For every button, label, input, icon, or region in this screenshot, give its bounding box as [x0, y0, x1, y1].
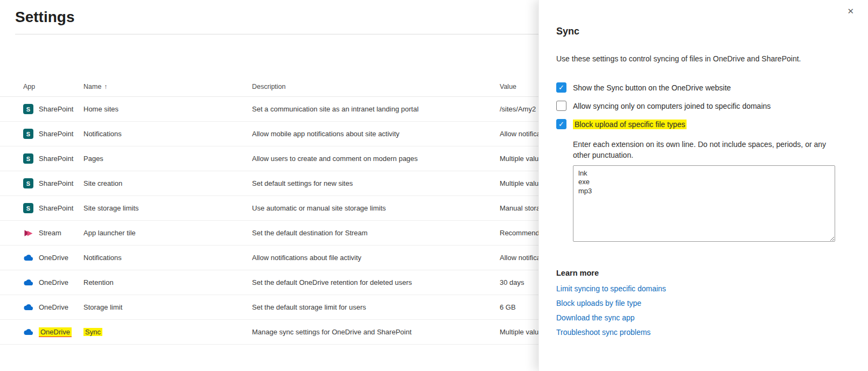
app-name: Stream — [39, 229, 61, 237]
sharepoint-icon: S — [23, 203, 33, 213]
sharepoint-icon: S — [23, 104, 33, 114]
setting-description: Set the default storage limit for users — [252, 303, 500, 311]
option-label: Show the Sync button on the OneDrive web… — [573, 83, 731, 92]
link-limit-syncing-domains[interactable]: Limit syncing to specific domains — [556, 284, 851, 293]
option-domain-join-only[interactable]: ✓ Allow syncing only on computers joined… — [556, 101, 851, 111]
column-header-description[interactable]: Description — [252, 83, 500, 90]
column-header-name-label: Name — [83, 83, 101, 90]
setting-name: Site storage limits — [83, 204, 252, 212]
sharepoint-icon: S — [23, 153, 33, 164]
sync-options: ✓ Show the Sync button on the OneDrive w… — [556, 82, 851, 129]
blocked-extensions-input[interactable]: lnk exe mp3 — [573, 165, 835, 242]
onedrive-icon — [23, 277, 33, 288]
checkmark-icon: ✓ — [558, 84, 564, 91]
checkbox[interactable]: ✓ — [556, 82, 566, 93]
setting-name: Pages — [83, 155, 252, 163]
column-header-app[interactable]: App — [23, 83, 83, 90]
setting-name: Notifications — [83, 254, 252, 262]
app-name: SharePoint — [39, 179, 73, 187]
setting-description: Set the default OneDrive retention for d… — [252, 278, 500, 286]
onedrive-icon — [23, 302, 33, 312]
settings-page: Settings App Name↑ Description Value SSh… — [0, 0, 868, 371]
checkbox[interactable]: ✓ — [556, 119, 566, 129]
setting-name: Home sites — [83, 105, 252, 113]
close-icon[interactable]: ✕ — [847, 6, 854, 16]
app-name: SharePoint — [39, 204, 73, 212]
option-block-file-types[interactable]: ✓ Block upload of specific file types — [556, 119, 851, 129]
setting-description: Allow mobile app notifications about sit… — [252, 130, 500, 138]
column-header-name[interactable]: Name↑ — [83, 83, 252, 90]
setting-description: Allow notifications about file activity — [252, 254, 500, 262]
app-name: SharePoint — [39, 155, 73, 163]
option-label: Block upload of specific file types — [573, 120, 687, 129]
app-name: OneDrive — [39, 254, 68, 262]
setting-description: Manage sync settings for OneDrive and Sh… — [252, 328, 500, 336]
setting-name: App launcher tile — [83, 229, 252, 237]
app-name: SharePoint — [39, 130, 73, 138]
setting-name: Sync — [83, 328, 102, 336]
setting-name: Storage limit — [83, 303, 252, 311]
checkmark-icon: ✓ — [558, 121, 564, 128]
setting-name: Notifications — [83, 130, 252, 138]
setting-description: Use automatic or manual site storage lim… — [252, 204, 500, 212]
sharepoint-icon: S — [23, 129, 33, 139]
checkbox[interactable]: ✓ — [556, 101, 566, 111]
stream-icon — [23, 228, 33, 238]
link-block-uploads-file-type[interactable]: Block uploads by file type — [556, 299, 851, 307]
setting-description: Set default settings for new sites — [252, 179, 500, 187]
option-show-sync-button[interactable]: ✓ Show the Sync button on the OneDrive w… — [556, 82, 851, 93]
panel-description: Use these settings to control syncing of… — [556, 54, 851, 63]
link-download-sync-app[interactable]: Download the sync app — [556, 313, 851, 322]
setting-description: Allow users to create and comment on mod… — [252, 155, 500, 163]
extensions-help-text: Enter each extension on its own line. Do… — [573, 139, 838, 161]
setting-name: Site creation — [83, 179, 252, 187]
learn-more-heading: Learn more — [556, 269, 851, 277]
setting-description: Set the default destination for Stream — [252, 229, 500, 237]
onedrive-icon — [23, 327, 33, 337]
app-name: OneDrive — [39, 278, 68, 286]
app-name: OneDrive — [39, 303, 68, 311]
panel-title: Sync — [556, 26, 851, 37]
setting-description: Set a communication site as an intranet … — [252, 105, 500, 113]
sync-panel: ✕ Sync Use these settings to control syn… — [538, 0, 868, 371]
app-name: SharePoint — [39, 105, 73, 113]
sort-ascending-icon: ↑ — [104, 83, 107, 90]
link-troubleshoot-sync[interactable]: Troubleshoot sync problems — [556, 328, 851, 337]
option-label: Allow syncing only on computers joined t… — [573, 102, 771, 110]
app-name: OneDrive — [39, 327, 72, 337]
setting-name: Retention — [83, 278, 252, 286]
learn-more-links: Limit syncing to specific domains Block … — [556, 284, 851, 337]
onedrive-icon — [23, 253, 33, 263]
sharepoint-icon: S — [23, 178, 33, 188]
